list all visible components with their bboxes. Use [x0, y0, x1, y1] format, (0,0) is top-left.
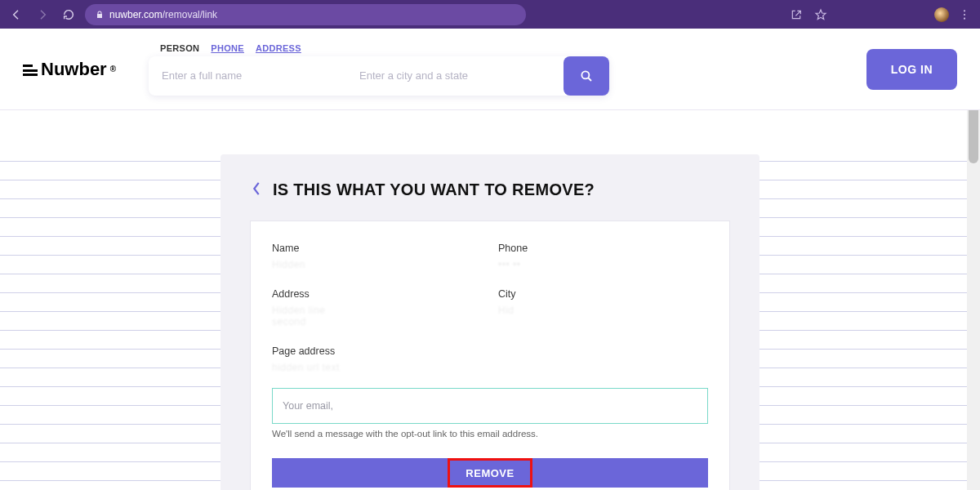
svg-point-0	[964, 10, 965, 11]
value-name: Hidden	[272, 259, 482, 270]
label-address: Address	[272, 288, 482, 300]
registered-mark: ®	[110, 65, 116, 74]
logo-text: Nuwber	[41, 59, 107, 80]
value-city: Hid	[498, 305, 708, 316]
extension-icon-4[interactable]	[910, 6, 928, 24]
email-helper-text: We'll send a message with the opt-out li…	[272, 429, 708, 439]
search-button[interactable]	[564, 56, 609, 96]
value-page-address: hidden url text	[272, 362, 708, 373]
fields-grid: Name Hidden Phone ••• •• Address Hidden …	[272, 243, 708, 373]
remove-button[interactable]: REMOVE	[272, 458, 708, 488]
star-icon[interactable]	[812, 6, 830, 24]
back-chevron-icon[interactable]	[252, 181, 261, 199]
tab-address[interactable]: ADDRESS	[256, 43, 301, 53]
label-name: Name	[272, 243, 482, 254]
card-header: IS THIS WHAT YOU WANT TO REMOVE?	[220, 180, 760, 220]
value-phone: ••• ••	[498, 259, 708, 270]
remove-button-label: REMOVE	[466, 467, 514, 479]
site-header: Nuwber® PERSON PHONE ADDRESS LOG IN	[0, 29, 980, 110]
site-logo[interactable]: Nuwber®	[23, 59, 116, 80]
vertical-scrollbar[interactable]	[967, 57, 980, 490]
label-page-address: Page address	[272, 345, 708, 357]
tab-phone[interactable]: PHONE	[211, 43, 244, 53]
share-icon[interactable]	[787, 6, 805, 24]
logo-mark-icon	[23, 63, 38, 76]
email-input[interactable]	[272, 388, 708, 424]
city-input[interactable]	[346, 56, 560, 96]
login-button[interactable]: LOG IN	[866, 49, 957, 90]
label-phone: Phone	[498, 243, 708, 254]
page-viewport: Nuwber® PERSON PHONE ADDRESS LOG IN IS T…	[0, 29, 980, 490]
search-block: PERSON PHONE ADDRESS	[149, 43, 609, 96]
browser-chrome-bar: nuwber.com/removal/link	[0, 0, 980, 29]
field-name: Name Hidden	[272, 243, 482, 270]
name-input[interactable]	[149, 56, 346, 96]
form-box: Name Hidden Phone ••• •• Address Hidden …	[250, 220, 730, 490]
url-text: nuwber.com/removal/link	[109, 9, 217, 20]
profile-avatar[interactable]	[934, 7, 949, 22]
removal-card: IS THIS WHAT YOU WANT TO REMOVE? Name Hi…	[220, 154, 760, 490]
svg-point-1	[964, 13, 965, 15]
back-button[interactable]	[7, 5, 26, 24]
value-address: Hidden linesecond	[272, 305, 482, 327]
label-city: City	[498, 288, 708, 300]
lock-icon	[95, 10, 105, 20]
field-page-address: Page address hidden url text	[272, 345, 708, 373]
card-title: IS THIS WHAT YOU WANT TO REMOVE?	[273, 180, 595, 199]
kebab-menu-icon[interactable]	[956, 6, 973, 24]
search-row	[149, 56, 609, 96]
field-address: Address Hidden linesecond	[272, 288, 482, 327]
extension-icon-3[interactable]	[885, 6, 903, 24]
reload-button[interactable]	[59, 5, 78, 24]
address-bar[interactable]: nuwber.com/removal/link	[85, 4, 526, 25]
svg-point-3	[581, 71, 589, 78]
search-tabs: PERSON PHONE ADDRESS	[149, 43, 609, 53]
field-city: City Hid	[498, 288, 708, 327]
svg-point-2	[964, 17, 965, 19]
forward-button[interactable]	[33, 5, 52, 24]
extension-icon-1[interactable]	[836, 6, 854, 24]
extension-icon-2[interactable]	[861, 6, 879, 24]
tab-person[interactable]: PERSON	[160, 43, 199, 53]
search-icon	[579, 69, 594, 83]
field-phone: Phone ••• ••	[498, 243, 708, 270]
